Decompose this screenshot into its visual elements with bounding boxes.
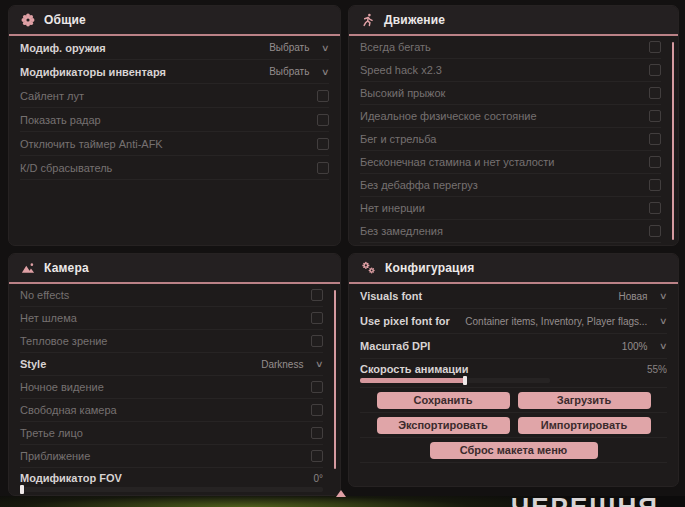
checkbox[interactable] (311, 312, 323, 324)
export-button[interactable]: Экспортировать (377, 417, 510, 434)
kd-resetter-row[interactable]: К/D сбрасыватель (20, 156, 329, 180)
reset-layout-row-row: Сброс макета меню (360, 438, 667, 463)
weapon-modifier-row: Модиф. оружияВыбрать∨ (20, 36, 329, 60)
panel-camera: Камера No effectsНет шлемаТепловое зрени… (8, 253, 341, 496)
dropdown[interactable]: Новая∨ (618, 291, 667, 302)
always-run-row[interactable]: Всегда бегать (360, 36, 661, 59)
checkbox[interactable] (317, 90, 329, 102)
dropdown-value: Darkness (261, 359, 303, 370)
scrollbar[interactable] (334, 290, 336, 469)
checkbox[interactable] (649, 41, 661, 53)
speed-hack-row[interactable]: Speed hack x2.3 (360, 59, 661, 82)
save-load-row-row: СохранитьЗагрузить (360, 388, 667, 413)
save-button[interactable]: Сохранить (377, 392, 510, 409)
no-slowdown-row[interactable]: Без замедления (360, 220, 661, 243)
row-label: К/D сбрасыватель (20, 162, 112, 174)
panel-title: Камера (44, 261, 89, 275)
thermal-vision-row[interactable]: Тепловое зрение (20, 330, 323, 353)
row-label: Модиф. оружия (20, 42, 106, 54)
no-overload-debuff-row[interactable]: Без дебаффа перегруз (360, 174, 661, 197)
import-button[interactable]: Импортировать (518, 417, 651, 434)
perfect-physical-condition-row[interactable]: Идеальное физическое состояние (360, 105, 661, 128)
row-label: Тепловое зрение (20, 335, 107, 347)
dropdown[interactable]: Container items, Inventory, Player flags… (465, 316, 667, 327)
load-button[interactable]: Загрузить (518, 392, 651, 409)
high-jump-row[interactable]: Высокий прыжок (360, 82, 661, 105)
slider-fill (360, 378, 465, 383)
no-inertia-row[interactable]: Нет инерции (360, 197, 661, 220)
dropdown[interactable]: 100%∨ (622, 341, 667, 352)
checkbox[interactable] (311, 427, 323, 439)
row-label: Всегда бегать (360, 41, 431, 53)
checkbox[interactable] (649, 64, 661, 76)
checkbox[interactable] (649, 110, 661, 122)
slider-track[interactable] (20, 487, 323, 492)
checkbox[interactable] (317, 138, 329, 150)
checkbox[interactable] (311, 335, 323, 347)
row-label: Style (20, 358, 46, 370)
slider-value: 0° (313, 473, 323, 484)
panel-title: Общие (44, 13, 86, 27)
panel-header: Конфигурация (349, 254, 678, 284)
silent-loot-row[interactable]: Сайлент лут (20, 84, 329, 108)
slider-track[interactable] (360, 378, 550, 383)
checkbox[interactable] (311, 404, 323, 416)
checkbox[interactable] (649, 202, 661, 214)
checkbox[interactable] (311, 450, 323, 462)
no-helmet-row[interactable]: Нет шлема (20, 307, 323, 330)
panel-title: Движение (384, 13, 445, 27)
scroll-grip-icon[interactable] (336, 490, 346, 497)
chevron-down-icon: ∨ (659, 316, 668, 326)
fov-modifier-row: Модификатор FOV0° (20, 468, 323, 496)
checkbox[interactable] (649, 133, 661, 145)
panel-movement: Движение Всегда бегатьSpeed hack x2.3Выс… (348, 5, 679, 246)
scrollbar[interactable] (672, 42, 674, 240)
checkbox[interactable] (649, 87, 661, 99)
dropdown-value: Container items, Inventory, Player flags… (465, 316, 647, 327)
gears-icon (361, 261, 376, 275)
visuals-font-row: Visuals fontНовая∨ (360, 284, 667, 309)
row-label: Отключить таймер Anti-AFK (20, 138, 163, 150)
style-row: StyleDarkness∨ (20, 353, 323, 376)
export-import-row-row: ЭкспортироватьИмпортировать (360, 413, 667, 438)
panel-header: Движение (349, 6, 678, 36)
dropdown[interactable]: Выбрать∨ (269, 42, 329, 53)
inventory-modifiers-row: Модификаторы инвентаряВыбрать∨ (20, 60, 329, 84)
disable-anti-afk-timer-row[interactable]: Отключить таймер Anti-AFK (20, 132, 329, 156)
checkbox[interactable] (317, 162, 329, 174)
free-camera-row[interactable]: Свободная камера (20, 399, 323, 422)
show-radar-row[interactable]: Показать радар (20, 108, 329, 132)
row-label: Приближение (20, 450, 90, 462)
infinite-stamina-row[interactable]: Бесконечная стамина и нет усталости (360, 151, 661, 174)
runner-icon (361, 13, 375, 27)
slider-handle[interactable] (463, 376, 467, 385)
checkbox[interactable] (649, 225, 661, 237)
slider-value: 55% (647, 364, 667, 375)
dropdown[interactable]: Darkness∨ (261, 359, 323, 370)
night-vision-row[interactable]: Ночное видение (20, 376, 323, 399)
row-label: Бег и стрельба (360, 133, 436, 145)
dpi-scale-row: Масштаб DPI100%∨ (360, 334, 667, 359)
dropdown-value: Выбрать (269, 66, 309, 77)
row-label: Бесконечная стамина и нет усталости (360, 156, 555, 168)
checkbox[interactable] (649, 179, 661, 191)
slider-handle[interactable] (20, 485, 24, 494)
zoom-row[interactable]: Приближение (20, 445, 323, 468)
panel-configuration: Конфигурация Visuals fontНовая∨Use pixel… (348, 253, 679, 487)
row-label: No effects (20, 289, 69, 301)
panel-rows: Всегда бегатьSpeed hack x2.3Высокий прыж… (349, 36, 678, 243)
checkbox[interactable] (311, 381, 323, 393)
dropdown[interactable]: Выбрать∨ (269, 66, 329, 77)
row-label: Идеальное физическое состояние (360, 110, 537, 122)
row-label: Нет шлема (20, 312, 77, 324)
dropdown-value: Новая (618, 291, 647, 302)
reset-menu-layout-button[interactable]: Сброс макета меню (430, 442, 598, 459)
checkbox[interactable] (317, 114, 329, 126)
run-and-shoot-row[interactable]: Бег и стрельба (360, 128, 661, 151)
third-person-row[interactable]: Третье лицо (20, 422, 323, 445)
checkbox[interactable] (311, 289, 323, 301)
no-effects-row[interactable]: No effects (20, 284, 323, 307)
panel-header: Камера (9, 254, 340, 284)
checkbox[interactable] (649, 156, 661, 168)
row-label: Свободная камера (20, 404, 117, 416)
